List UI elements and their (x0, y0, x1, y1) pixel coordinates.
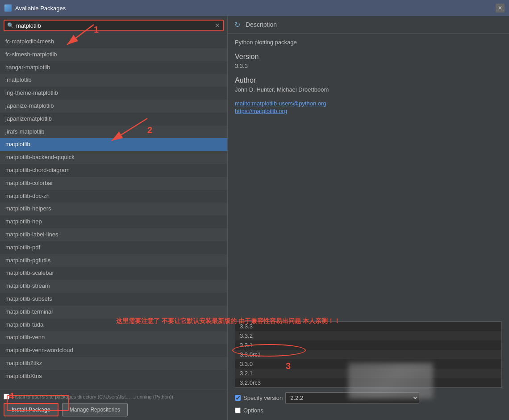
list-item[interactable]: jirafs-matplotlib (0, 126, 227, 139)
version-label: Version (235, 53, 502, 61)
list-item-selected[interactable]: matplotlib (0, 138, 227, 151)
clear-icon[interactable]: ✕ (215, 22, 220, 29)
list-item[interactable]: ing-theme-matplotlib (0, 87, 227, 100)
window-title: Available Packages (15, 5, 66, 12)
list-item[interactable]: japanize-matplotlib (0, 100, 227, 113)
bottom-bar: Install to user's site packages director… (0, 390, 227, 420)
list-item[interactable]: matplotlib-pdf (0, 241, 227, 254)
https-link[interactable]: https://matplotlib.org (235, 108, 502, 114)
version-item[interactable]: 3.3.3 (235, 322, 501, 331)
list-item[interactable]: matplotlib-stream (0, 280, 227, 293)
list-item[interactable]: matplotlib-scalebar (0, 267, 227, 280)
install-path-row: Install to user's site packages director… (4, 394, 224, 399)
close-button[interactable]: ✕ (496, 4, 505, 13)
version-item[interactable]: 3.3.2 (235, 331, 501, 340)
left-panel: 🔍 ✕ fc-matplotlib4mesh fc-simesh-matplot… (0, 16, 228, 420)
list-item[interactable]: japanizematplotlib (0, 113, 227, 126)
main-container: 🔍 ✕ fc-matplotlib4mesh fc-simesh-matplot… (0, 16, 509, 420)
list-item[interactable]: matplotlib-terminal (0, 306, 227, 319)
specify-version-label: Specify version (243, 395, 283, 401)
list-item[interactable]: fc-simesh-matplotlib (0, 48, 227, 61)
version-item[interactable]: 3.3.0 (235, 359, 501, 369)
package-list[interactable]: fc-matplotlib4mesh fc-simesh-matplotlib … (0, 35, 227, 390)
options-row: Options (235, 407, 502, 414)
version-dropdown-area: 3.3.3 3.3.2 3.3.1 3.3.0rc1 3.3.0 3.2.1 3… (228, 318, 509, 420)
author-label: Author (235, 76, 502, 84)
options-checkbox[interactable] (235, 407, 241, 413)
list-item[interactable]: matplotlib-colorbar (0, 177, 227, 190)
list-item[interactable]: matplotlib-helpers (0, 202, 227, 215)
list-item[interactable]: matplotlibXtns (0, 370, 227, 383)
title-bar-left: Available Packages (4, 4, 66, 12)
mailto-link[interactable]: mailto:matplotlib-users@python.org (235, 100, 502, 107)
install-package-button[interactable]: Install Package (4, 403, 58, 416)
title-bar: Available Packages ✕ (0, 0, 509, 16)
author-value: John D. Hunter, Michael Droettboom (235, 86, 502, 93)
version-value: 3.3.3 (235, 63, 502, 69)
refresh-icon[interactable]: ↻ (232, 20, 242, 29)
right-top-bar: ↻ Description (228, 16, 509, 34)
list-item[interactable]: matplotlib-tuda (0, 319, 227, 332)
install-path-checkbox[interactable] (4, 394, 9, 399)
app-icon (4, 4, 12, 12)
list-item[interactable]: matplotlib-pgfutils (0, 254, 227, 267)
list-item[interactable]: matplotlib-label-lines (0, 228, 227, 241)
version-select[interactable]: 2.2.2 3.3.3 3.3.2 3.3.1 3.3.0 3.2.1 (285, 392, 419, 403)
search-input-wrapper: 🔍 ✕ (4, 20, 224, 31)
description-header: Description (246, 21, 277, 28)
search-bar: 🔍 ✕ (0, 16, 227, 35)
options-label: Options (243, 407, 263, 414)
specify-version-row: Specify version 2.2.2 3.3.3 3.3.2 3.3.1 … (235, 392, 502, 403)
version-item[interactable]: 3.2.1 (235, 369, 501, 378)
list-item[interactable]: matplotlib-venn-wordcloud (0, 344, 227, 357)
version-list[interactable]: 3.3.3 3.3.2 3.3.1 3.3.0rc1 3.3.0 3.2.1 3… (235, 321, 502, 388)
list-item[interactable]: matplotlib-doc-zh (0, 190, 227, 203)
list-item[interactable]: imatplotlib (0, 74, 227, 87)
manage-repositories-button[interactable]: Manage Repositories (62, 403, 128, 416)
description-area: Python plotting package Version 3.3.3 Au… (228, 34, 509, 318)
search-input[interactable] (16, 22, 215, 29)
list-item[interactable]: matplotlib-backend-qtquick (0, 151, 227, 164)
list-item[interactable]: hangar-matplotlib (0, 61, 227, 74)
list-item[interactable]: matplotlib-chord-diagram (0, 164, 227, 177)
version-item[interactable]: 3.3.1 (235, 340, 501, 350)
list-item[interactable]: matplotlib-hep (0, 215, 227, 228)
search-icon: 🔍 (7, 22, 14, 29)
bottom-buttons: Install Package Manage Repositories (4, 403, 224, 416)
right-panel: ↻ Description Python plotting package Ve… (228, 16, 509, 420)
list-item[interactable]: matplotlib-subsets (0, 293, 227, 306)
list-item[interactable]: matplotlib-venn (0, 331, 227, 344)
version-item[interactable]: 3.2.0rc3 (235, 378, 501, 387)
description-text: Python plotting package (235, 39, 502, 46)
install-path-label: Install to user's site packages director… (12, 394, 173, 399)
version-item[interactable]: 3.3.0rc1 (235, 350, 501, 359)
list-item[interactable]: fc-matplotlib4mesh (0, 35, 227, 48)
list-item[interactable]: matplotlib2tikz (0, 357, 227, 370)
specify-version-checkbox[interactable] (235, 395, 241, 401)
